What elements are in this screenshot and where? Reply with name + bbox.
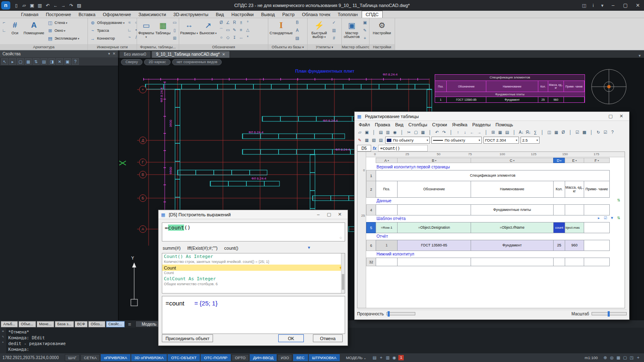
toolbar-icon[interactable]: ← [469,129,476,136]
ribbon-tab[interactable]: Зависимости [135,11,170,18]
properties-tool-icon[interactable]: ▣ [64,58,71,65]
grid-cell[interactable]: Масса, ед., кг [565,181,584,198]
annotation-tool-icon[interactable]: Ø [218,19,225,26]
workspace-icon[interactable]: ◫ [580,3,589,8]
quick-access-icon[interactable]: ▨ [75,2,83,9]
font-combo[interactable]: ГОСТ 2.304 ▾ [483,137,519,144]
annotation-tool-icon[interactable]: R [231,19,238,26]
properties-tool-icon[interactable]: ▸ [9,58,16,65]
sort-icon[interactable]: ⇅ [616,198,621,204]
toolbar-icon[interactable]: ▱ [356,129,363,136]
toolbar-icon[interactable]: → [476,129,483,136]
border-style-icon[interactable]: ▤ [377,137,384,144]
base-tool-icon[interactable]: А [294,27,301,34]
quick-function-chip[interactable]: Iff(Exist(#);#;"") [187,246,218,251]
grid-cell-active-d5[interactable]: count [553,222,565,233]
grid-cell[interactable] [584,258,610,266]
pin-icon[interactable]: ▾ [108,50,110,57]
mode-toggle-button[interactable]: СЕТКА [80,354,100,361]
functions-dropdown-icon[interactable]: ▼ [307,246,311,250]
annotation-tool-icon[interactable]: ▭ [225,26,231,34]
title-dropdown-icon[interactable]: ▾ [598,3,607,8]
mode-toggle-button[interactable]: ОТС-ОБЪЕКТ [168,354,200,361]
fx-icon[interactable]: fx [373,146,376,151]
grid-cell[interactable]: Наименование [471,181,554,198]
ribbon-tab[interactable]: Вывод [257,11,278,18]
format-tool-icon[interactable]: ▭ [171,19,178,26]
grid-cell[interactable]: =Row-1 [376,222,398,233]
cursor-icon[interactable]: ▸ [596,216,601,222]
quick-access-icon[interactable]: ▥ [36,2,44,9]
border-style-icon[interactable]: ▧ [370,137,377,144]
tab-list-chevron-icon[interactable]: ▾ [635,53,644,58]
grid-cell[interactable]: =Object.rfName [471,222,554,233]
grid-cell[interactable]: 960 [565,240,584,251]
ribbon-tab[interactable]: Построение [42,11,75,18]
quick-access-icon[interactable]: ▱ [20,2,28,9]
toolbar-icon[interactable]: ? [609,129,616,136]
panel-caption-base-objects[interactable]: Объекты из базы [268,44,307,50]
grid-cell[interactable]: 25 [553,240,565,251]
object-master-button[interactable]: ▣ Мастер объектов [343,19,361,44]
toolbar-icon[interactable]: ▢ [412,129,419,136]
model-space-button[interactable]: МОДЕЛЬ [346,355,366,360]
dock-panel-tab[interactable]: База з... [55,321,74,327]
master-tool-icon[interactable]: ✎ [362,27,368,34]
quick-access-icon[interactable]: ↶ [44,2,52,9]
grid-cell[interactable]: Приме- чание [584,181,610,198]
grid-cell[interactable] [584,204,610,215]
arch-tool-icon[interactable]: ∟ [1,27,7,34]
grid-cell[interactable] [471,258,554,266]
toolbar-icon[interactable]: ↓ [462,129,469,136]
base-tool-icon[interactable]: B [294,19,301,26]
status-icon[interactable]: ▤ [371,355,378,360]
engineering-tool-icon[interactable]: ○ [133,19,137,26]
cell-formula-input[interactable]: =count() [378,145,428,151]
close-button[interactable]: ✕ [632,0,644,11]
dialog-maximize-button[interactable]: ▢ [324,212,334,217]
toolbar-icon[interactable]: ◉ [391,129,398,136]
properties-tool-icon[interactable]: ▦ [25,58,32,65]
status-icon[interactable]: ▢ [622,355,628,360]
text-height-combo[interactable]: 2.5 ▾ [521,137,540,144]
properties-tool-icon[interactable]: ✕ [56,58,63,65]
mode-toggle-button[interactable]: ШАГ [65,354,80,361]
engineering-tool-icon[interactable]: ∟ [126,26,133,34]
status-icon[interactable]: ⊕ [602,355,608,360]
cancel-button[interactable]: Отмена [313,334,343,342]
menu-item[interactable]: Файл [356,122,372,128]
properties-tool-icon[interactable]: ▢ [17,58,24,65]
toolbar-icon[interactable]: │ [447,129,455,136]
grid-cell[interactable] [553,258,565,266]
dock-panel-tab[interactable]: Мене... [37,321,54,327]
dock-panel-tab[interactable]: Объе... [19,321,36,327]
annotation-tool-icon[interactable]: ◇ [225,34,231,41]
toolbar-icon[interactable]: ▦ [419,129,426,136]
mode-toggle-button[interactable]: ИЗО [277,354,292,361]
mode-toggle-button[interactable]: оПРИВЯЗКА [101,354,130,361]
dialog-close-button[interactable]: ✕ [334,212,345,217]
format-tool-icon[interactable]: ▯ [171,27,178,34]
minimize-button[interactable]: – [607,0,619,11]
toolbar-icon[interactable]: ▦ [553,129,560,136]
linetype-combo[interactable]: По объекту ▾ [431,137,482,144]
row-header-selected[interactable]: 5 [366,222,376,233]
grid-cell[interactable]: Фундамент [471,240,554,251]
equipment-button[interactable]: ⊚ Оборудование [89,19,125,26]
engineering-tool-icon[interactable]: / [133,34,137,41]
dimensions-button[interactable]: ↔ Размеры [180,19,198,44]
menu-item[interactable]: Правка [372,122,393,128]
status-icon[interactable]: ▥ [384,355,391,360]
window-button[interactable]: ⊞ Окно [46,27,80,34]
toolbar-icon[interactable]: ↷ [440,129,447,136]
column-header-d-current[interactable]: D▸ [553,158,565,163]
annotation-tool-icon[interactable]: ⌒ [218,26,225,34]
active-cell-reference[interactable]: D5 [357,145,371,151]
toolbar-icon[interactable]: ☑ [602,129,609,136]
transparency-slider[interactable] [386,312,415,315]
properties-tool-icon[interactable]: ? [72,58,79,65]
utility-tool-icon[interactable]: # [331,35,337,42]
mode-toggle-button[interactable]: ОТС-ПОЛЯР [201,354,231,361]
column-header-e[interactable]: E▾ [565,158,584,163]
axes-button[interactable]: # Оси [8,19,21,44]
